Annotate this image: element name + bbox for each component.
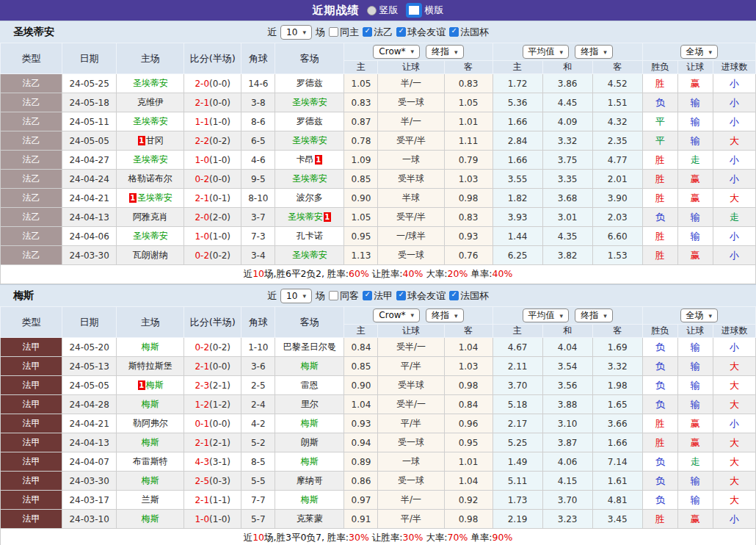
col-header: 客场 xyxy=(275,307,344,338)
checkbox-checked-icon[interactable] xyxy=(396,291,406,300)
scope-select[interactable]: 全场▾ xyxy=(680,308,719,322)
score-cell: 2-1(2-1) xyxy=(184,433,241,452)
checkbox-checked-icon[interactable] xyxy=(449,27,459,37)
odds-stage-select[interactable]: 终指▾ xyxy=(426,45,464,59)
summary-segment: 近 xyxy=(244,268,253,279)
checkbox-checked-icon[interactable] xyxy=(449,291,459,300)
corner-cell: 7-7 xyxy=(241,491,275,510)
home-odds-cell: 0.93 xyxy=(344,414,378,433)
avg-draw-cell: 3.70 xyxy=(542,491,592,510)
team-name: 克莱蒙 xyxy=(297,513,323,524)
checkbox-label: 球会友谊 xyxy=(407,26,446,39)
date-cell: 24-05-11 xyxy=(62,112,117,131)
away-team-cell: 圣埃蒂安 xyxy=(275,170,344,189)
away-team-cell: 梅斯 xyxy=(275,414,344,433)
filter-bar: 近10▾场同客法甲球会友谊法国杯 xyxy=(0,289,756,303)
bookmaker-select[interactable]: Crow*▾ xyxy=(373,308,420,322)
layout-radio-vertical[interactable]: 竖版 xyxy=(367,4,399,17)
checkbox-unchecked-icon[interactable] xyxy=(329,291,338,300)
match-count-select[interactable]: 10▾ xyxy=(280,25,312,40)
average-select[interactable]: 平均值▾ xyxy=(523,45,570,59)
date-cell: 24-05-13 xyxy=(62,357,117,376)
filter-checkbox-2[interactable]: 球会友谊 xyxy=(396,26,446,39)
full-time-score: 2-1 xyxy=(195,98,209,108)
odds-stage-select[interactable]: 终指▾ xyxy=(426,308,464,322)
match-row: 法乙24-03-30瓦朗谢纳0-2(0-2)3-4圣埃蒂安1.13受一球0.76… xyxy=(1,246,756,265)
filter-checkbox-0[interactable]: 同主 xyxy=(329,26,359,39)
away-odds-cell: 1.04 xyxy=(444,472,493,491)
date-cell: 24-05-05 xyxy=(62,376,117,395)
average-select-value: 平均值 xyxy=(528,309,555,322)
result-cell: 平 xyxy=(642,112,677,131)
radio-icon[interactable] xyxy=(406,3,422,18)
filter-checkbox-1[interactable]: 法乙 xyxy=(363,26,393,39)
home-team-cell: 阿雅克肖 xyxy=(117,208,184,227)
filter-checkbox-2[interactable]: 球会友谊 xyxy=(396,289,446,303)
filter-checkbox-1[interactable]: 法甲 xyxy=(363,289,393,303)
corner-cell: 8-5 xyxy=(241,452,275,472)
col-header: 日期 xyxy=(62,43,117,74)
summary-segment: 让胜率: xyxy=(369,532,403,543)
filter-checkbox-3[interactable]: 法国杯 xyxy=(449,289,489,303)
full-time-score: 2-1 xyxy=(195,193,209,203)
bookmaker-select[interactable]: Crow*▾ xyxy=(373,45,420,59)
sub-col-header: 主 xyxy=(493,61,542,74)
match-row: 法甲24-04-21勒阿弗尔0-1(0-0)4-2梅斯0.93平/半0.962.… xyxy=(1,414,756,433)
col-header: 比分(半场) xyxy=(184,307,241,338)
summary-segment: 10 xyxy=(252,268,264,279)
layout-radio-horizontal[interactable]: 横版 xyxy=(406,3,444,18)
handicap-cell: 一球 xyxy=(378,452,444,472)
goals-result-cell: 大 xyxy=(713,376,755,395)
avg-away-cell: 3.32 xyxy=(592,357,642,376)
goals-result-cell: 大 xyxy=(713,472,755,491)
away-team-cell: 罗德兹 xyxy=(275,112,344,131)
sub-col-header: 让球 xyxy=(677,61,713,74)
home-odds-cell: 1.13 xyxy=(344,246,378,265)
handicap-result-cell: 输 xyxy=(677,357,713,376)
bookmaker-select-value: Crow* xyxy=(379,310,405,320)
scope-select[interactable]: 全场▾ xyxy=(680,45,719,59)
checkbox-checked-icon[interactable] xyxy=(396,27,406,37)
away-team-cell: 圣埃蒂安 xyxy=(275,246,344,265)
goals-result-cell: 小 xyxy=(713,246,755,265)
away-team-cell: 圣埃蒂安1 xyxy=(275,208,344,227)
full-time-score: 2-0 xyxy=(195,79,209,89)
chevron-down-icon: ▾ xyxy=(709,48,713,56)
score-cell: 0-1(0-0) xyxy=(184,414,241,433)
checkbox-checked-icon[interactable] xyxy=(363,291,372,300)
full-time-score: 1-1 xyxy=(195,117,209,127)
avg-home-cell: 2.84 xyxy=(493,131,542,151)
average-stage-select[interactable]: 终指▾ xyxy=(575,45,613,59)
filter-checkbox-0[interactable]: 同客 xyxy=(329,289,359,303)
corner-cell: 3-8 xyxy=(241,93,275,112)
match-row: 法乙24-04-13阿雅克肖2-0(2-0)3-7圣埃蒂安11.05受平/半0.… xyxy=(1,208,756,227)
score-cell: 0-2(0-2) xyxy=(184,338,241,357)
team-name: 克维伊 xyxy=(137,97,164,107)
filter-checkbox-3[interactable]: 法国杯 xyxy=(449,26,489,39)
red-card-badge: 1 xyxy=(315,155,322,165)
league-cell: 法甲 xyxy=(1,376,62,395)
home-odds-cell: 0.91 xyxy=(344,510,378,529)
match-count-select[interactable]: 10▾ xyxy=(280,289,312,303)
score-cell: 2-1(1-1) xyxy=(184,491,241,510)
avg-draw-cell: 3.23 xyxy=(542,510,592,529)
average-stage-select[interactable]: 终指▾ xyxy=(575,308,613,322)
avg-draw-cell: 4.45 xyxy=(542,93,592,112)
avg-away-cell: 4.77 xyxy=(592,151,642,170)
chevron-down-icon: ▾ xyxy=(709,312,713,320)
average-select[interactable]: 平均值▾ xyxy=(523,308,570,322)
corner-cell: 7-3 xyxy=(241,227,275,246)
away-odds-cell: 0.83 xyxy=(444,208,493,227)
results-table: 类型日期主场比分(半场)角球客场Crow*▾终指▾平均值▾终指▾全场▾主让球客主… xyxy=(0,306,756,545)
checkbox-unchecked-icon[interactable] xyxy=(329,27,338,37)
away-team-cell: 朗斯 xyxy=(275,433,344,452)
match-row: 法甲24-05-20梅斯0-2(0-2)1-10巴黎圣日尔曼0.84受半/一1.… xyxy=(1,338,756,357)
team-name: 勒阿弗尔 xyxy=(133,418,168,428)
match-row: 法甲24-05-051梅斯2-3(2-1)2-5雷恩0.90受半球0.983.7… xyxy=(1,376,756,395)
league-cell: 法乙 xyxy=(1,227,62,246)
checkbox-checked-icon[interactable] xyxy=(363,27,372,37)
avg-home-cell: 3.70 xyxy=(493,376,542,395)
col-header: 日期 xyxy=(62,307,117,338)
radio-icon[interactable] xyxy=(367,6,377,15)
summary-segment: 单率: xyxy=(468,532,492,543)
